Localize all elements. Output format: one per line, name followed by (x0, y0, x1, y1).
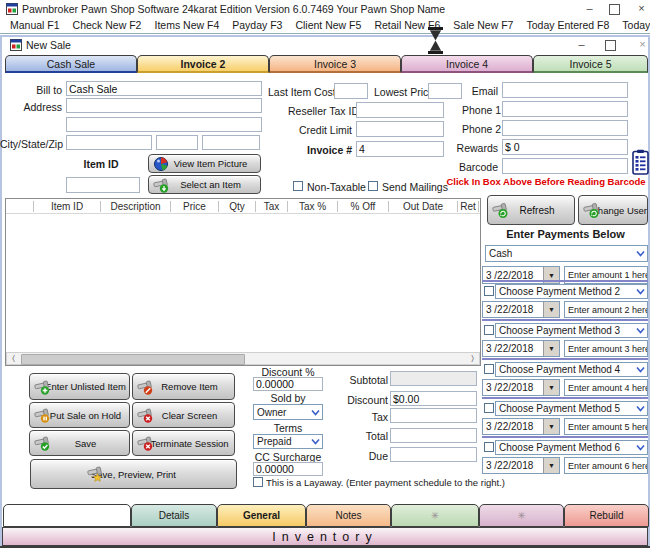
tab-invoice-3[interactable]: Invoice 3 (269, 55, 401, 73)
due-input[interactable] (390, 447, 477, 462)
menu-item[interactable]: Manual F1 (10, 19, 60, 31)
tab-cash-sale[interactable]: Cash Sale (5, 55, 137, 73)
table-header-cell[interactable]: Out Date (389, 201, 458, 212)
barcode-clipboard-icon[interactable] (632, 149, 649, 176)
enter-unlisted-item-button[interactable]: Enter Unlisted Item (29, 373, 130, 400)
scroll-right-icon[interactable]: 〉 (466, 353, 479, 364)
email-input[interactable] (502, 82, 628, 98)
menu-item[interactable]: Sale New F7 (453, 19, 513, 31)
phone-2-input[interactable] (502, 120, 628, 136)
table-header-cell[interactable]: Price (171, 201, 219, 212)
terminate-session-button[interactable]: Terminate Session (132, 430, 235, 456)
table-header-cell[interactable] (6, 201, 34, 212)
tab-rebuild[interactable]: Rebuild (564, 504, 649, 527)
payment-method-3-select[interactable]: Choose Payment Method 3 (495, 323, 648, 338)
last-item-cost-input[interactable] (334, 83, 368, 99)
dropdown-arrow-icon[interactable]: ▼ (543, 302, 559, 317)
bill-to-input[interactable] (66, 81, 262, 96)
payment-method-4-checkbox[interactable] (484, 364, 494, 374)
payment-date-5-select[interactable]: 3 /22/2018▼ (482, 418, 560, 435)
discount-pct-input[interactable] (253, 377, 323, 391)
payment-method-3-checkbox[interactable] (484, 325, 494, 335)
minimize-icon[interactable]: – (583, 2, 596, 15)
inner-minimize-icon[interactable]: – (575, 38, 588, 51)
put-sale-on-hold-button[interactable]: Put Sale on Hold (29, 402, 130, 428)
close-icon[interactable]: × (635, 2, 648, 15)
inner-close-icon[interactable]: × (636, 38, 649, 51)
tab-general[interactable]: General (217, 504, 306, 527)
phone-1-input[interactable] (502, 101, 628, 117)
table-header-cell[interactable]: Qty (219, 201, 256, 212)
remove-item-button[interactable]: Remove Item (132, 373, 235, 400)
menu-item[interactable]: Today Pawns F9 (622, 19, 650, 31)
payment-method-2-select[interactable]: Choose Payment Method 2 (495, 284, 648, 299)
inner-maximize-icon[interactable] (605, 40, 616, 51)
dropdown-arrow-icon[interactable]: ▼ (543, 458, 559, 473)
reseller-tax-id-input[interactable] (356, 102, 444, 118)
maximize-icon[interactable] (609, 4, 620, 15)
save-preview-print-button[interactable]: Save, Preview, Print (30, 459, 237, 489)
zip-input[interactable] (202, 135, 260, 150)
item-id-input[interactable] (66, 177, 140, 193)
payment-method-4-select[interactable]: Choose Payment Method 4 (495, 362, 648, 377)
table-header-cell[interactable]: Description (101, 201, 171, 212)
non-taxable-checkbox[interactable] (293, 181, 303, 191)
table-horizontal-scrollbar[interactable]: 〈 〉 (6, 352, 480, 365)
view-item-picture-button[interactable]: View Item Picture (148, 154, 261, 173)
payment-method-6-select[interactable]: Choose Payment Method 6 (495, 440, 648, 455)
table-header-cell[interactable]: Ret (458, 201, 479, 212)
table-header-cell[interactable]: Tax (256, 201, 288, 212)
payment-method-2-checkbox[interactable] (484, 286, 494, 296)
address-input-1[interactable] (66, 98, 262, 113)
menu-item[interactable]: Check New F2 (73, 19, 142, 31)
table-header-cell[interactable]: Item ID (34, 201, 101, 212)
barcode-input[interactable] (502, 158, 628, 174)
select-an-item-button[interactable]: Select an Item (148, 175, 261, 194)
tab-asterisk-2[interactable]: ✳ (479, 504, 564, 527)
payment-date-6-select[interactable]: 3 /22/2018▼ (482, 457, 560, 474)
payment-method-1-select[interactable]: Cash (485, 245, 648, 262)
discount-input[interactable] (390, 391, 477, 406)
payment-date-3-select[interactable]: 3 /22/2018▼ (482, 340, 560, 357)
menu-item[interactable]: Client New F5 (295, 19, 361, 31)
change-user-button[interactable]: Change User (578, 195, 648, 225)
invoice-number-input[interactable] (356, 141, 444, 157)
scroll-left-icon[interactable]: 〈 (7, 353, 20, 364)
table-header-cell[interactable]: Tax % (288, 201, 338, 212)
state-input[interactable] (156, 135, 198, 150)
tab-invoice-2[interactable]: Invoice 2 (137, 55, 269, 73)
tab-details[interactable]: Details (131, 504, 217, 527)
dropdown-arrow-icon[interactable]: ▼ (543, 380, 559, 395)
menu-item[interactable]: Payday F3 (232, 19, 282, 31)
payment-amount-2-input[interactable]: Enter amount 2 here (564, 301, 648, 318)
tab-blank[interactable] (3, 504, 131, 527)
payment-date-4-select[interactable]: 3 /22/2018▼ (482, 379, 560, 396)
clear-screen-button[interactable]: Clear Screen (132, 402, 235, 428)
payment-method-6-checkbox[interactable] (484, 442, 494, 452)
city-input[interactable] (66, 135, 152, 150)
payment-amount-3-input[interactable]: Enter amount 3 here (564, 340, 648, 357)
payment-amount-6-input[interactable]: Enter amount 6 here (564, 457, 648, 474)
tab-asterisk-1[interactable]: ✳ (391, 504, 479, 527)
sold-by-select[interactable]: Owner (253, 404, 323, 420)
layaway-checkbox[interactable] (253, 477, 263, 487)
payment-method-5-select[interactable]: Choose Payment Method 5 (495, 401, 648, 416)
address-input-2[interactable] (66, 117, 262, 132)
send-mailings-checkbox[interactable] (368, 181, 378, 191)
tax-input[interactable] (390, 408, 477, 423)
terms-select[interactable]: Prepaid (253, 434, 323, 449)
cc-surcharge-input[interactable] (253, 462, 323, 476)
menu-item[interactable]: Items New F4 (154, 19, 219, 31)
payment-amount-5-input[interactable]: Enter amount 5 here (564, 418, 648, 435)
rewards-input[interactable] (502, 139, 628, 155)
credit-limit-input[interactable] (356, 121, 444, 137)
save-button[interactable]: Save (29, 430, 130, 456)
tab-notes[interactable]: Notes (306, 504, 391, 527)
tab-invoice-5[interactable]: Invoice 5 (533, 55, 648, 73)
total-input[interactable] (390, 428, 477, 443)
dropdown-arrow-icon[interactable]: ▼ (543, 419, 559, 434)
payment-method-5-checkbox[interactable] (484, 403, 494, 413)
refresh-button[interactable]: Refresh (487, 195, 575, 225)
payment-date-2-select[interactable]: 3 /22/2018▼ (482, 301, 560, 318)
menu-item[interactable]: Today Entered F8 (526, 19, 609, 31)
